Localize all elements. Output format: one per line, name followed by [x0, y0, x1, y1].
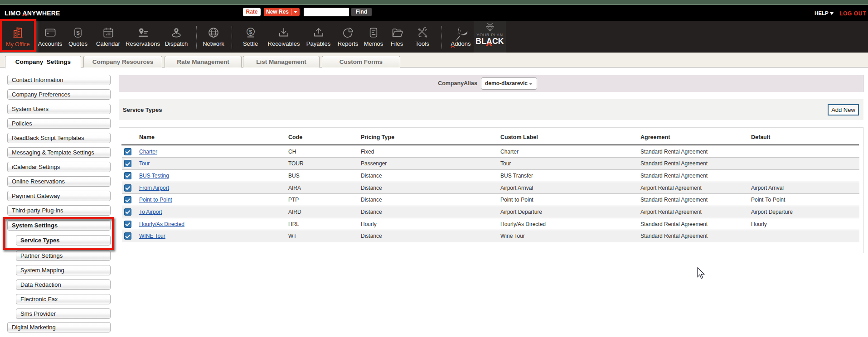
- svg-text:$: $: [249, 29, 252, 35]
- svg-text:$: $: [76, 29, 80, 36]
